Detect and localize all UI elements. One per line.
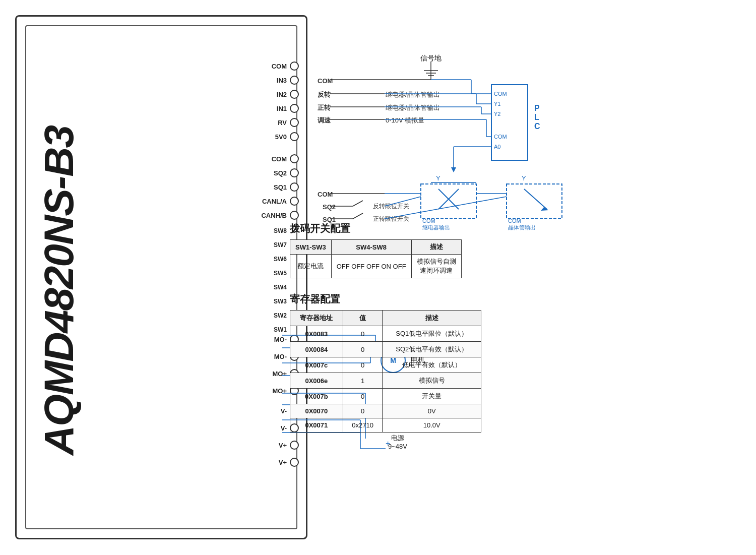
- plc-y1: Y1: [494, 101, 500, 107]
- svg-marker-34: [541, 207, 548, 211]
- svg-marker-24: [451, 167, 456, 172]
- transistor-com-label: COM: [508, 218, 521, 224]
- switch-col-sw48: SW4-SW8: [331, 240, 411, 255]
- reg-addr-3: 0X006e: [290, 373, 343, 389]
- plc-letter-l: L: [534, 113, 539, 121]
- reg-desc-3: 模拟信号: [383, 373, 481, 389]
- reg-addr-1: 0X0084: [290, 342, 343, 357]
- register-row: 0X007c 0 低电平有效（默认）: [290, 357, 481, 373]
- reg-addr-4: 0X007b: [290, 389, 343, 404]
- reg-val-3: 1: [343, 373, 383, 389]
- reg-addr-2: 0X007c: [290, 357, 343, 373]
- in1-desc-label: 0-10V 模拟量: [386, 116, 424, 124]
- register-config-table: 寄存器地址 值 描述 0X0083 0 SQ1低电平限位（默认） 0X0084 …: [290, 310, 481, 433]
- switch-row: 额定电流 OFF OFF OFF ON OFF 模拟信号自测速闭环调速: [290, 255, 462, 278]
- reg-desc-4: 开关量: [383, 389, 481, 404]
- transistor-output-label: 晶体管输出: [508, 224, 536, 230]
- svg-line-29: [353, 213, 363, 219]
- switch-col-sw13: SW1-SW3: [290, 240, 332, 255]
- reg-val-1: 0: [343, 342, 383, 357]
- plus-symbol: +: [386, 439, 390, 448]
- register-row: 0X0083 0 SQ1低电平限位（默认）: [290, 326, 481, 342]
- svg-line-27: [353, 201, 363, 206]
- reg-desc-5: 0V: [383, 404, 481, 418]
- signal-ground-text: 信号地: [420, 54, 442, 62]
- in1-circuit-label: 调速: [318, 116, 331, 124]
- plc-com1: COM: [494, 91, 507, 97]
- reg-col-val: 值: [343, 311, 383, 326]
- reg-addr-0: 0X0083: [290, 326, 343, 342]
- reg-val-2: 0: [343, 357, 383, 373]
- register-config-section: 寄存器配置 寄存器地址 值 描述 0X0083 0 SQ1低电平限位（默认） 0…: [290, 292, 481, 433]
- register-row: 0X0071 0x2710 10.0V: [290, 418, 481, 433]
- in3-desc-label: 继电器/晶体管输出: [386, 91, 440, 98]
- plc-y2: Y2: [494, 111, 500, 117]
- sq1-desc: 正转限位开关: [373, 215, 409, 222]
- register-row: 0X0070 0 0V: [290, 404, 481, 418]
- reg-val-6: 0x2710: [343, 418, 383, 433]
- in2-desc-label: 继电器/晶体管输出: [386, 104, 440, 111]
- com-top-label: COM: [318, 77, 333, 85]
- register-row: 0X006e 1 模拟信号: [290, 373, 481, 389]
- reg-val-4: 0: [343, 389, 383, 404]
- reg-col-addr: 寄存器地址: [290, 311, 343, 326]
- switch-config-title: 拨码开关配置: [290, 222, 462, 235]
- switch-desc: 模拟信号自测速闭环调速: [411, 255, 461, 278]
- in3-circuit-label: 反转: [317, 91, 331, 98]
- sq2-desc: 反转限位开关: [373, 203, 409, 210]
- reg-val-5: 0: [343, 404, 383, 418]
- switch-config-table: SW1-SW3 SW4-SW8 描述 额定电流 OFF OFF OFF ON O…: [290, 239, 462, 278]
- sq-com-label: COM: [318, 191, 333, 198]
- svg-line-33: [524, 189, 547, 209]
- reg-desc-2: 低电平有效（默认）: [383, 357, 481, 373]
- plc-a0: A0: [494, 144, 500, 150]
- plc-letter-p: P: [534, 104, 540, 112]
- switch-config-section: 拨码开关配置 SW1-SW3 SW4-SW8 描述 额定电流 OFF OFF O…: [290, 222, 462, 278]
- in2-circuit-label: 正转: [318, 104, 331, 111]
- reg-desc-0: SQ1低电平限位（默认）: [383, 326, 481, 342]
- sq2-circuit-label: SQ2: [323, 203, 336, 211]
- relay-y-label: Y: [436, 174, 440, 182]
- transistor-box: [507, 184, 562, 218]
- switch-col-desc: 描述: [411, 240, 461, 255]
- register-row: 0X007b 0 开关量: [290, 389, 481, 404]
- reg-desc-6: 10.0V: [383, 418, 481, 433]
- register-config-title: 寄存器配置: [290, 292, 481, 306]
- register-row: 0X0084 0 SQ2低电平有效（默认）: [290, 342, 481, 357]
- reg-col-desc: 描述: [383, 311, 481, 326]
- transistor-y-label: Y: [522, 174, 526, 182]
- switch-off-values: OFF OFF OFF ON OFF: [331, 255, 411, 278]
- plc-letter-c: C: [534, 122, 540, 131]
- plc-com2: COM: [494, 134, 507, 140]
- reg-desc-1: SQ2低电平有效（默认）: [383, 342, 481, 357]
- relay-box: [421, 184, 476, 218]
- reg-val-0: 0: [343, 326, 383, 342]
- reg-addr-6: 0X0071: [290, 418, 343, 433]
- reg-addr-5: 0X0070: [290, 404, 343, 418]
- model-label: AQMD4820NS-B3: [35, 126, 83, 455]
- switch-rated-current: 额定电流: [290, 255, 332, 278]
